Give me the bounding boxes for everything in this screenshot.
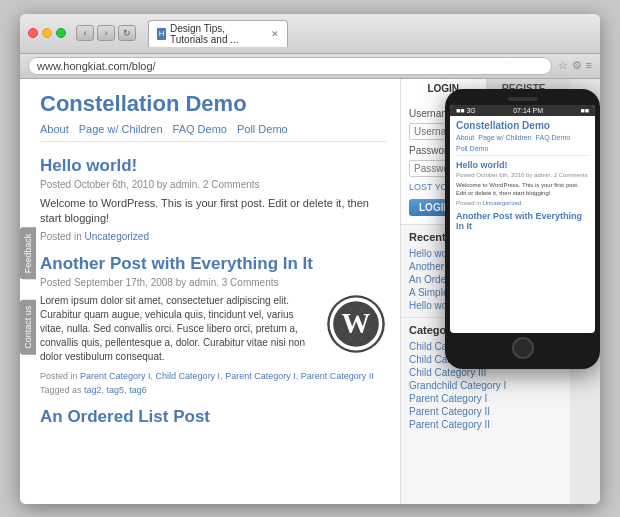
nav-poll[interactable]: Poll Demo [237,123,288,135]
post-2-cat1[interactable]: Parent Category I [80,371,151,381]
phone-signal: ■■ 3G [456,107,476,114]
phone-post1-meta: Posted October 6th, 2010 by admin. 2 Com… [456,172,589,178]
wordpress-logo: W [326,294,386,354]
phone-battery: ■■ [581,107,589,114]
contact-tab[interactable]: Contact us [20,299,36,354]
post-1: Hello world! Posted October 6th, 2010 by… [40,156,386,243]
nav-faq[interactable]: FAQ Demo [173,123,227,135]
nav-about[interactable]: About [40,123,69,135]
site-nav: About Page w/ Children FAQ Demo Poll Dem… [40,123,386,142]
tab-bar: H Design Tips, Tutorials and ... ✕ [148,20,592,47]
address-bar-icons: ☆ ⚙ ≡ [558,59,592,72]
tab-close-icon[interactable]: ✕ [271,29,279,39]
phone-post2-title: Another Post with Everything In It [456,211,589,231]
post-2-body: Lorem ipsum dolor sit amet, consectetuer… [40,294,318,364]
phone-site-title: Constellation Demo [456,120,589,131]
cat-6[interactable]: Parent Category II [409,406,562,417]
phone-webpage: Constellation Demo About Page w/ Childre… [450,116,595,333]
post-2: Another Post with Everything In It Poste… [40,254,386,397]
post-2-cat4[interactable]: Parent Category II [301,371,374,381]
tab-title: Design Tips, Tutorials and ... [170,23,265,45]
tab-favicon: H [157,28,166,40]
phone-home-button[interactable] [512,337,534,359]
post-1-category[interactable]: Uncategorized [84,231,148,242]
phone-post1-footer: Posted in Uncategorized [456,200,589,206]
post-2-footer: Posted in Parent Category I, Child Categ… [40,370,386,397]
minimize-button[interactable] [42,28,52,38]
phone-statusbar: ■■ 3G 07:14 PM ■■ [450,105,595,116]
phone-speaker [508,97,538,101]
cat-5[interactable]: Parent Category I [409,393,562,404]
phone-nav-about[interactable]: About [456,134,474,141]
forward-button[interactable]: › [97,25,115,41]
post-2-cat2[interactable]: Child Category I [156,371,221,381]
close-button[interactable] [28,28,38,38]
settings-icon[interactable]: ⚙ [572,59,582,72]
browser-window: ‹ › ↻ H Design Tips, Tutorials and ... ✕… [20,14,600,504]
browser-titlebar: ‹ › ↻ H Design Tips, Tutorials and ... ✕ [20,14,600,54]
webpage-main: Constellation Demo About Page w/ Childre… [20,79,400,504]
post-1-meta: Posted October 6th, 2010 by admin. 2 Com… [40,179,386,190]
post-2-meta: Posted September 17th, 2008 by admin. 3 … [40,277,386,288]
phone-post1-title: Hello world! [456,160,589,170]
maximize-button[interactable] [56,28,66,38]
post-2-tag3[interactable]: tag6 [129,385,147,395]
post-1-excerpt: Welcome to WordPress. This is your first… [40,196,386,227]
phone-post1-cat[interactable]: Uncategorized [483,200,522,206]
cat-7[interactable]: Parent Category II [409,419,562,430]
post-2-cat3[interactable]: Parent Category I [225,371,296,381]
post-2-title: Another Post with Everything In It [40,254,386,274]
phone-screen: ■■ 3G 07:14 PM ■■ Constellation Demo Abo… [450,105,595,333]
address-bar: www.hongkiat.com/blog/ ☆ ⚙ ≡ [20,54,600,79]
address-input[interactable]: www.hongkiat.com/blog/ [28,57,552,75]
phone-container: ■■ 3G 07:14 PM ■■ Constellation Demo Abo… [445,89,600,369]
feedback-tab[interactable]: Feedback [20,228,36,280]
side-tabs: Feedback Contact us [20,228,36,355]
post-3-title: An Ordered List Post [40,407,386,427]
browser-content: Feedback Contact us Constellation Demo A… [20,79,600,504]
post-2-tag1[interactable]: tag2 [84,385,102,395]
phone: ■■ 3G 07:14 PM ■■ Constellation Demo Abo… [445,89,600,369]
post-1-footer: Posted in Uncategorized [40,231,386,242]
phone-nav: About Page w/ Children FAQ Demo Poll Dem… [456,134,589,156]
post-1-title: Hello world! [40,156,386,176]
bookmark-icon[interactable]: ☆ [558,59,568,72]
cat-4[interactable]: Grandchild Category I [409,380,562,391]
refresh-button[interactable]: ↻ [118,25,136,41]
phone-time: 07:14 PM [513,107,543,114]
post-2-content: Lorem ipsum dolor sit amet, consectetuer… [40,294,386,364]
svg-text:W: W [342,307,371,339]
nav-page-children[interactable]: Page w/ Children [79,123,163,135]
webpage: Feedback Contact us Constellation Demo A… [20,79,400,504]
phone-nav-children[interactable]: Page w/ Children [478,134,531,141]
traffic-lights [28,28,66,38]
post-2-tag2[interactable]: tag5 [107,385,125,395]
phone-post1-text: Welcome to WordPress. This is your first… [456,181,589,198]
phone-nav-faq[interactable]: FAQ Demo [536,134,571,141]
site-title: Constellation Demo [40,91,386,117]
browser-tab[interactable]: H Design Tips, Tutorials and ... ✕ [148,20,288,47]
menu-icon[interactable]: ≡ [586,59,592,72]
back-button[interactable]: ‹ [76,25,94,41]
browser-nav: ‹ › ↻ [76,25,136,41]
phone-nav-poll[interactable]: Poll Demo [456,145,488,152]
